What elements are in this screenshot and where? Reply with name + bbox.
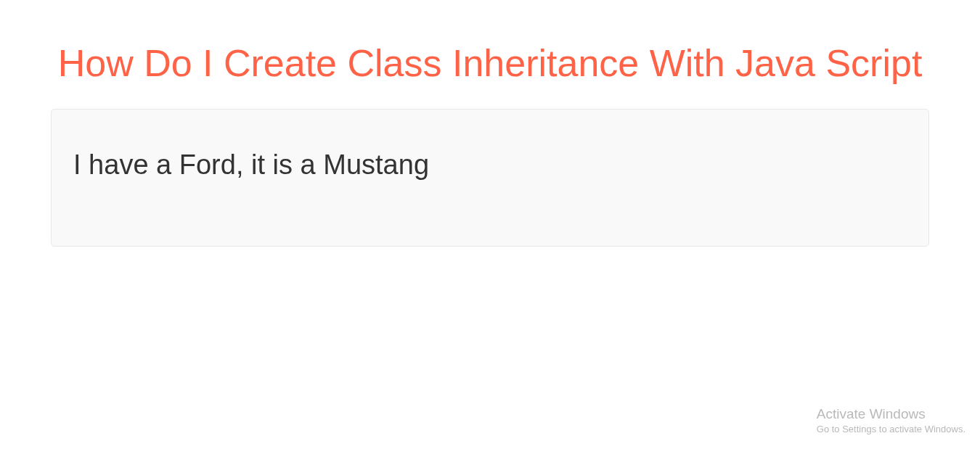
content-container: How Do I Create Class Inheritance With J…	[0, 0, 980, 247]
watermark-title: Activate Windows	[817, 405, 965, 424]
windows-activation-watermark: Activate Windows Go to Settings to activ…	[817, 405, 965, 436]
watermark-subtitle: Go to Settings to activate Windows.	[817, 423, 965, 436]
output-text: I have a Ford, it is a Mustang	[73, 149, 907, 181]
page-title: How Do I Create Class Inheritance With J…	[51, 40, 929, 87]
output-box: I have a Ford, it is a Mustang	[51, 109, 929, 247]
